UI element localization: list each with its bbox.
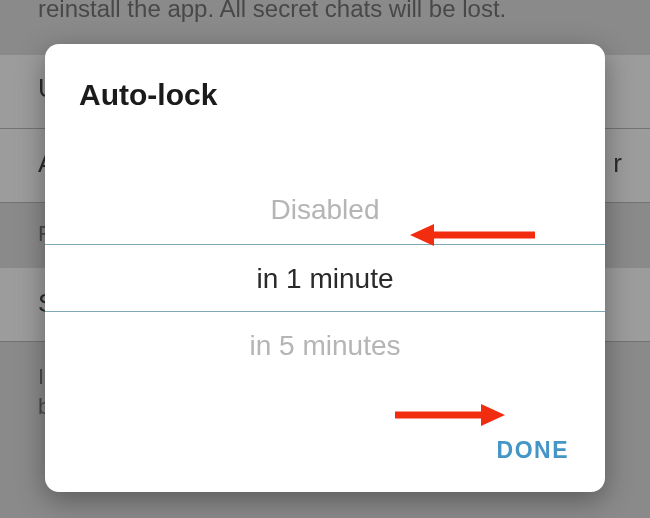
auto-lock-dialog: Auto-lock Disabled in 1 minute in 5 minu…: [45, 44, 605, 492]
dialog-actions: DONE: [45, 421, 605, 492]
time-picker[interactable]: Disabled in 1 minute in 5 minutes: [45, 134, 605, 421]
done-button[interactable]: DONE: [497, 437, 569, 464]
picker-option-next[interactable]: in 5 minutes: [45, 312, 605, 380]
dialog-title: Auto-lock: [45, 44, 605, 134]
picker-option-selected[interactable]: in 1 minute: [45, 244, 605, 312]
picker-option-prev[interactable]: Disabled: [45, 176, 605, 244]
